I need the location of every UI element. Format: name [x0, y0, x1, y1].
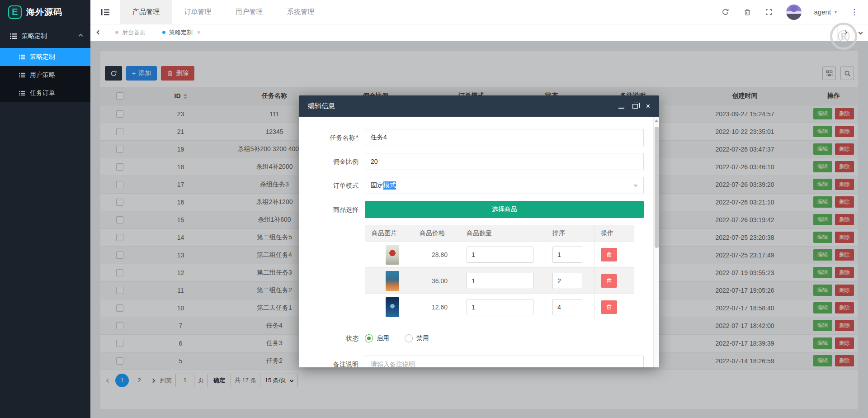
list-icon — [19, 72, 25, 78]
sidebar-item-label: 策略定制 — [30, 53, 55, 61]
scrollbar-thumb[interactable] — [655, 127, 659, 248]
sidebar-group-strategy[interactable]: 策略定制 — [0, 24, 90, 48]
sidebar-item-label: 用户策略 — [30, 71, 55, 79]
sidebar-item-strategy[interactable]: 策略定制 — [0, 48, 90, 66]
product-image — [386, 297, 399, 317]
form-row-product-table: 商品图片 商品价格 商品数量 排序 操作 28.8036.0012.60 — [305, 225, 644, 320]
product-row: 12.60 — [365, 294, 634, 320]
quantity-input[interactable] — [467, 247, 533, 263]
tabbar-spacer — [209, 24, 837, 41]
registered-watermark: ® — [830, 23, 857, 50]
form-row-task-name: 任务名称* — [305, 129, 644, 146]
brand-title: 海外源码 — [26, 6, 62, 18]
user-menu[interactable]: agent ▼ — [814, 8, 838, 16]
maximize-icon[interactable] — [632, 104, 638, 109]
dialog-controls: × — [618, 103, 650, 110]
remove-product-button[interactable] — [601, 300, 617, 314]
nav-item-user[interactable]: 用户管理 — [223, 0, 275, 24]
brand-logo: E 海外源码 — [0, 0, 90, 24]
task-name-label: 任务名称* — [305, 129, 365, 146]
sort-input[interactable] — [552, 273, 582, 289]
dialog-scrollbar[interactable] — [653, 117, 659, 367]
nav-item-system[interactable]: 系统管理 — [275, 0, 326, 24]
scroll-up-icon[interactable] — [655, 119, 658, 122]
required-icon: * — [356, 134, 359, 141]
fullscreen-icon[interactable] — [764, 8, 774, 17]
product-select-label: 商品选择 — [305, 201, 365, 218]
tab-label: 后台首页 — [122, 28, 146, 37]
product-col-price: 商品价格 — [413, 225, 460, 242]
commission-label: 佣金比例 — [305, 153, 365, 170]
tab-strategy[interactable]: 策略定制 × — [154, 24, 209, 41]
remark-label: 备注说明 — [305, 356, 365, 367]
choose-product-button[interactable]: 选择商品 — [365, 201, 644, 218]
product-table: 商品图片 商品价格 商品数量 排序 操作 28.8036.0012.60 — [365, 225, 634, 320]
radio-selected-icon — [365, 334, 373, 342]
sort-input[interactable] — [552, 299, 582, 315]
cell-product-price: 36.00 — [413, 268, 460, 294]
sidebar-group-label: 策略定制 — [22, 32, 47, 40]
remove-product-button[interactable] — [601, 248, 617, 261]
tab-bar: 后台首页 策略定制 × — [90, 24, 868, 41]
status-label: 状态 — [305, 334, 365, 343]
tabs-scroll-left-icon[interactable] — [90, 24, 107, 41]
nav-item-product[interactable]: 产品管理 — [120, 0, 172, 24]
tab-dashboard[interactable]: 后台首页 — [107, 24, 154, 41]
product-row: 36.00 — [365, 268, 634, 294]
dialog-header[interactable]: 编辑信息 × — [299, 95, 659, 117]
task-name-input[interactable] — [365, 129, 644, 146]
quantity-input[interactable] — [467, 273, 533, 289]
dialog-title: 编辑信息 — [308, 102, 335, 110]
sidebar-item-user-strategy[interactable]: 用户策略 — [0, 66, 90, 84]
order-mode-label: 订单模式 — [305, 177, 365, 194]
order-mode-value-selected: 模式 — [383, 181, 396, 190]
product-col-actions: 操作 — [594, 225, 634, 242]
product-image — [386, 245, 399, 265]
order-mode-select[interactable]: 固定模式 — [365, 177, 644, 194]
quantity-input[interactable] — [467, 299, 533, 315]
radio-unselected-icon — [405, 334, 413, 342]
sidebar-item-task-order[interactable]: 任务订单 — [0, 84, 90, 102]
product-image — [386, 271, 399, 291]
more-menu-icon[interactable]: ⋮ — [850, 7, 858, 17]
user-avatar[interactable] — [786, 5, 802, 20]
top-nav-actions: agent ▼ ⋮ — [721, 0, 868, 24]
product-row: 28.80 — [365, 242, 634, 268]
remove-product-button[interactable] — [601, 274, 617, 288]
product-table-header: 商品图片 商品价格 商品数量 排序 操作 — [365, 225, 634, 242]
list-icon — [19, 90, 25, 96]
list-icon — [19, 54, 25, 60]
product-col-quantity: 商品数量 — [460, 225, 546, 242]
chevron-up-icon — [79, 34, 83, 38]
top-bar: E 海外源码 产品管理 订单管理 用户管理 系统管理 — [0, 0, 868, 24]
form-row-remark: 备注说明 — [305, 356, 644, 367]
radio-enable[interactable]: 启用 — [365, 334, 389, 342]
cell-product-price: 28.80 — [413, 242, 460, 268]
product-col-image: 商品图片 — [365, 225, 413, 242]
commission-input[interactable] — [365, 153, 644, 170]
app: E 海外源码 产品管理 订单管理 用户管理 系统管理 — [0, 0, 868, 418]
tab-dot-icon — [115, 31, 118, 34]
form-row-order-mode: 订单模式 固定模式 — [305, 177, 644, 194]
top-nav: 产品管理 订单管理 用户管理 系统管理 agent ▼ ⋮ — [90, 0, 868, 24]
close-icon[interactable]: × — [646, 103, 650, 110]
sidebar-item-label: 任务订单 — [30, 89, 55, 97]
minimize-icon[interactable] — [618, 108, 624, 109]
trash-icon[interactable] — [743, 8, 752, 17]
tab-close-icon[interactable]: × — [197, 29, 201, 36]
nav-item-order[interactable]: 订单管理 — [172, 0, 223, 24]
radio-label: 启用 — [377, 334, 389, 342]
sort-input[interactable] — [552, 247, 582, 263]
list-icon — [10, 33, 17, 39]
collapse-sidebar-icon[interactable] — [90, 0, 120, 24]
radio-label: 禁用 — [416, 334, 429, 342]
brand-logo-icon: E — [8, 5, 22, 19]
product-table-body: 28.8036.0012.60 — [365, 242, 634, 320]
remark-input[interactable] — [365, 356, 644, 367]
refresh-icon[interactable] — [721, 8, 730, 17]
radio-disable[interactable]: 禁用 — [405, 334, 429, 342]
chevron-down-icon — [633, 185, 638, 187]
product-col-sort: 排序 — [546, 225, 594, 242]
username-label: agent — [814, 8, 831, 16]
sidebar: 策略定制 策略定制 用户策略 任务订单 — [0, 24, 90, 418]
